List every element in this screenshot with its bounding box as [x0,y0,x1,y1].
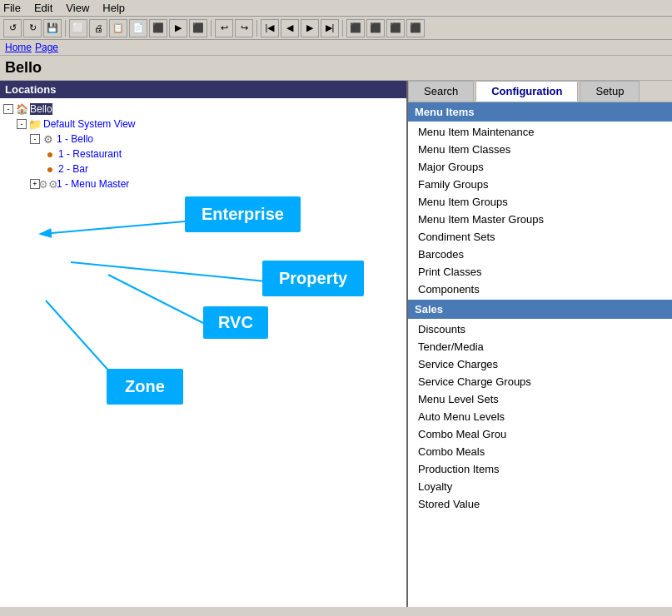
list-item-menu-item-classes[interactable]: Menu Item Classes [408,141,672,158]
icon-folder: 📁 [28,117,42,131]
toolbar-btn5[interactable]: ⬛ [149,19,167,37]
toolbar-first[interactable]: |◀ [261,19,279,37]
expand-bello[interactable]: - [3,104,13,114]
toolbar-btn9[interactable]: ⬛ [366,19,385,37]
tree-node-menu-master[interactable]: + ⚙⚙ 1 - Menu Master [3,176,403,191]
toolbar-btn11[interactable]: ⬛ [406,19,425,37]
tree-label-bar[interactable]: 2 - Bar [58,163,88,175]
tree-area: - 🏠 Bello - 📁 Default System View - ⚙ 1 … [0,98,406,607]
toolbar-sep2 [211,20,212,37]
menu-bar: File Edit View Help [0,0,672,17]
annotation-zone: Zone [107,369,183,405]
list-item-tender-media[interactable]: Tender/Media [408,338,672,355]
list-item-production-items[interactable]: Production Items [408,460,672,478]
list-item-stored-value[interactable]: Stored Value [408,495,672,513]
toolbar-print[interactable]: 🖨 [89,19,107,37]
menu-view[interactable]: View [66,2,89,14]
toolbar-btn10[interactable]: ⬛ [386,19,405,37]
icon-circle-bar: ● [43,162,57,176]
list-item-auto-menu-levels[interactable]: Auto Menu Levels [408,408,672,425]
tree-node-1-bello[interactable]: - ⚙ 1 - Bello [3,132,403,147]
tree-label-default-view[interactable]: Default System View [43,118,136,130]
menu-items-header: Menu Items [408,102,672,122]
menu-edit[interactable]: Edit [34,2,52,14]
toolbar: ↺ ↻ 💾 ⬜ 🖨 📋 📄 ⬛ ▶ ⬛ ↩ ↪ |◀ ◀ ▶ ▶| ⬛ ⬛ ⬛ … [0,17,672,40]
list-item-barcodes[interactable]: Barcodes [408,246,672,263]
breadcrumb-home[interactable]: Home [5,42,32,53]
menu-file[interactable]: File [3,2,21,14]
toolbar-undo[interactable]: ↩ [215,19,233,37]
tree-node-bello[interactable]: - 🏠 Bello [3,102,403,117]
toolbar-save[interactable]: 💾 [43,19,62,37]
list-item-components[interactable]: Components [408,281,672,298]
icon-gear-bello: ⚙ [42,132,55,146]
main-content: Locations - 🏠 Bello - 📁 Default System V… [0,81,672,607]
tree-node-default-view[interactable]: - 📁 Default System View [3,117,403,132]
annotation-enterprise: Enterprise [185,196,301,232]
menu-items-list: Menu Item Maintenance Menu Item Classes … [408,122,672,300]
toolbar-sep1 [65,20,66,37]
breadcrumb-page[interactable]: Page [35,42,58,53]
sales-header: Sales [408,300,672,319]
list-item-print-classes[interactable]: Print Classes [408,263,672,281]
list-item-loyalty[interactable]: Loyalty [408,478,672,495]
tree-label-1-bello[interactable]: 1 - Bello [57,133,93,145]
icon-home: 🏠 [15,102,28,116]
list-item-service-charge-groups[interactable]: Service Charge Groups [408,373,672,390]
list-item-menu-item-groups[interactable]: Menu Item Groups [408,193,672,211]
tab-search[interactable]: Search [408,81,474,102]
config-panel: Menu Items Menu Item Maintenance Menu It… [408,102,672,607]
tree-node-bar[interactable]: ● 2 - Bar [3,161,403,176]
list-item-condiment-sets[interactable]: Condiment Sets [408,228,672,246]
tabs-bar: Search Configuration Setup [408,81,672,102]
tree-label-menu-master[interactable]: 1 - Menu Master [57,178,129,190]
locations-header: Locations [0,81,406,98]
toolbar-next[interactable]: ▶ [301,19,319,37]
expand-default-view[interactable]: - [17,119,27,129]
list-item-service-charges[interactable]: Service Charges [408,355,672,373]
toolbar-btn8[interactable]: ⬛ [346,19,365,37]
svg-line-0 [42,221,185,234]
list-item-menu-item-master-groups[interactable]: Menu Item Master Groups [408,211,672,228]
breadcrumb: Home Page [0,40,672,56]
right-panel: Search Configuration Setup Menu Items Me… [408,81,672,607]
toolbar-btn2[interactable]: ⬜ [69,19,87,37]
icon-gear-menu: ⚙⚙ [42,177,55,191]
tab-setup[interactable]: Setup [580,81,640,102]
tree-label-bello[interactable]: Bello [30,103,52,115]
list-item-major-groups[interactable]: Major Groups [408,158,672,176]
tree-label-restaurant[interactable]: 1 - Restaurant [58,148,122,160]
left-panel: Locations - 🏠 Bello - 📁 Default System V… [0,81,408,607]
annotation-rvc: RVC [203,306,268,339]
toolbar-redo[interactable]: ↪ [235,19,253,37]
tree-node-restaurant[interactable]: ● 1 - Restaurant [3,147,403,161]
list-item-menu-item-maintenance[interactable]: Menu Item Maintenance [408,123,672,141]
menu-help[interactable]: Help [102,2,125,14]
svg-line-1 [71,262,266,281]
tab-configuration[interactable]: Configuration [475,81,578,102]
toolbar-sep4 [342,20,343,37]
annotation-property: Property [262,261,364,296]
toolbar-sep3 [256,20,257,37]
list-item-combo-meals[interactable]: Combo Meals [408,443,672,460]
svg-line-3 [46,301,111,373]
toolbar-forward[interactable]: ↻ [23,19,42,37]
list-item-discounts[interactable]: Discounts [408,320,672,338]
toolbar-btn4[interactable]: 📄 [129,19,147,37]
sales-list: Discounts Tender/Media Service Charges S… [408,319,672,514]
icon-circle-restaurant: ● [43,147,57,161]
toolbar-btn7[interactable]: ⬛ [189,19,207,37]
toolbar-btn3[interactable]: 📋 [109,19,127,37]
toolbar-back[interactable]: ↺ [3,19,22,37]
expand-1-bello[interactable]: - [30,134,40,144]
app-title: Bello [0,56,672,81]
list-item-menu-level-sets[interactable]: Menu Level Sets [408,390,672,408]
toolbar-prev[interactable]: ◀ [281,19,299,37]
list-item-family-groups[interactable]: Family Groups [408,176,672,193]
svg-line-2 [108,275,203,323]
toolbar-last[interactable]: ▶| [321,19,339,37]
list-item-combo-meal-grou[interactable]: Combo Meal Grou [408,425,672,443]
toolbar-btn6[interactable]: ▶ [169,19,187,37]
